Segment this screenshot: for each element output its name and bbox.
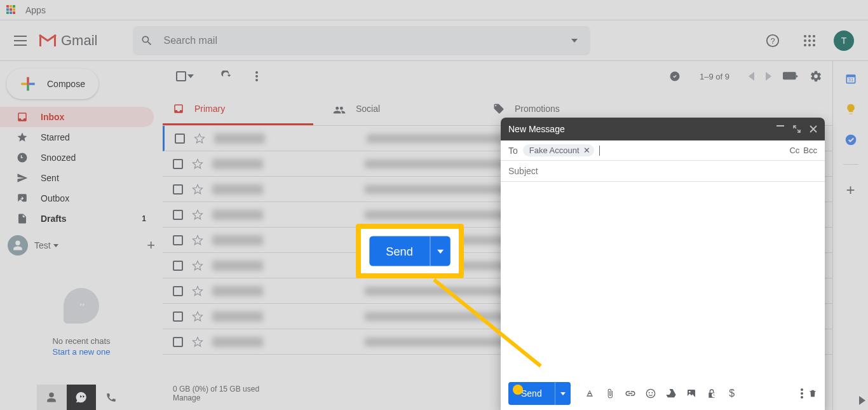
google-apps-button[interactable] — [797, 28, 822, 53]
star-button[interactable] — [192, 336, 203, 348]
sidebar-item-outbox[interactable]: Outbox — [0, 188, 154, 208]
svg-point-9 — [808, 44, 811, 46]
discard-draft-button[interactable] — [808, 388, 817, 399]
calendar-addon-button[interactable]: 31 — [844, 72, 857, 85]
insert-photo-button[interactable] — [682, 385, 700, 402]
get-addons-button[interactable]: + — [846, 182, 855, 198]
star-icon — [17, 132, 29, 143]
select-all-checkbox[interactable] — [173, 68, 197, 85]
search-input[interactable] — [163, 35, 566, 46]
svg-rect-20 — [783, 72, 796, 79]
hangouts-phone-button[interactable] — [96, 385, 126, 410]
attach-button[interactable] — [601, 385, 619, 402]
recipients-input[interactable] — [599, 146, 785, 156]
more-options-button[interactable] — [801, 388, 803, 399]
hangouts-avatar[interactable] — [8, 235, 28, 256]
send-options-dropdown[interactable] — [555, 382, 571, 405]
tab-primary[interactable]: Primary — [163, 92, 323, 125]
search-options-dropdown[interactable] — [566, 39, 583, 43]
bcc-button[interactable]: Bcc — [803, 146, 817, 155]
apps-label[interactable]: Apps — [25, 5, 46, 15]
product-name: Gmail — [61, 32, 97, 49]
manage-storage-link[interactable]: Manage — [173, 393, 259, 402]
older-button[interactable] — [766, 72, 771, 81]
insert-link-button[interactable] — [621, 385, 639, 402]
svg-text:31: 31 — [848, 77, 853, 83]
tasks-addon-button[interactable] — [844, 133, 857, 146]
row-checkbox[interactable] — [173, 311, 183, 322]
confidential-mode-button[interactable] — [703, 385, 721, 402]
svg-point-3 — [808, 35, 811, 38]
row-checkbox[interactable] — [173, 210, 183, 220]
new-conversation-button[interactable]: + — [147, 237, 155, 254]
main-menu-button[interactable] — [5, 25, 36, 56]
svg-point-6 — [808, 39, 811, 42]
google-apps-icon[interactable] — [6, 5, 17, 15]
sender-blurred — [212, 159, 263, 169]
settings-button[interactable] — [810, 70, 822, 83]
sidebar-item-label: Starred — [41, 132, 70, 142]
remove-recipient-button[interactable]: ✕ — [583, 146, 590, 155]
svg-rect-15 — [27, 83, 29, 85]
keep-addon-button[interactable] — [844, 103, 857, 116]
subject-blurred — [365, 210, 524, 219]
start-new-chat-link[interactable]: Start a new one — [52, 347, 110, 357]
star-button[interactable] — [192, 285, 203, 297]
star-button[interactable] — [192, 209, 203, 221]
gmail-logo[interactable]: Gmail — [38, 32, 97, 49]
refresh-button[interactable] — [214, 64, 239, 89]
insert-emoji-button[interactable] — [642, 385, 660, 402]
search-icon[interactable] — [140, 34, 153, 47]
star-button[interactable] — [192, 158, 203, 170]
star-button[interactable] — [194, 133, 205, 144]
row-checkbox[interactable] — [173, 184, 183, 195]
sender-blurred — [214, 133, 265, 144]
star-button[interactable] — [192, 311, 203, 322]
cc-button[interactable]: Cc — [789, 146, 799, 155]
sidebar-item-label: Outbox — [41, 193, 69, 203]
sender-blurred — [212, 311, 263, 322]
sidebar-item-label: Snoozed — [41, 153, 76, 163]
sidebar-item-sent[interactable]: Sent — [0, 168, 154, 188]
sidebar-item-snoozed[interactable]: Snoozed — [0, 147, 154, 168]
compose-button[interactable]: Compose — [6, 69, 98, 99]
input-tools-button[interactable] — [783, 72, 798, 81]
star-button[interactable] — [192, 235, 203, 246]
row-checkbox[interactable] — [175, 133, 185, 144]
send-button-highlight: Send — [369, 236, 450, 266]
minimize-button[interactable] — [776, 125, 784, 133]
hangouts-chat-button[interactable] — [67, 385, 97, 410]
sidebar-item-inbox[interactable]: Inbox — [0, 107, 154, 127]
row-checkbox[interactable] — [173, 159, 183, 169]
sidebar-item-drafts[interactable]: Drafts 1 — [0, 208, 154, 229]
compose-label: Compose — [47, 79, 85, 89]
close-compose-button[interactable] — [810, 125, 817, 133]
sender-blurred — [212, 337, 263, 347]
newer-button[interactable] — [749, 72, 754, 81]
svg-point-24 — [845, 135, 856, 146]
subject-input[interactable] — [508, 166, 817, 176]
star-button[interactable] — [192, 260, 203, 271]
star-button[interactable] — [192, 184, 203, 195]
formatting-button[interactable] — [581, 385, 599, 402]
fullscreen-button[interactable] — [793, 125, 801, 133]
sidebar-item-starred[interactable]: Starred — [0, 127, 154, 147]
support-button[interactable]: ? — [760, 28, 785, 53]
hide-side-panel-button[interactable] — [859, 396, 865, 405]
inbox-icon — [17, 111, 29, 123]
row-checkbox[interactable] — [173, 235, 183, 245]
svg-rect-12 — [29, 83, 35, 85]
tab-social[interactable]: Social — [323, 92, 483, 125]
insert-money-button[interactable]: $ — [723, 385, 741, 402]
account-avatar[interactable]: T — [834, 31, 854, 51]
row-checkbox[interactable] — [173, 286, 183, 296]
hangouts-user-dropdown[interactable]: Test — [34, 240, 58, 250]
row-checkbox[interactable] — [173, 261, 183, 271]
hangouts-icon — [64, 288, 99, 324]
hangouts-contacts-button[interactable] — [37, 385, 67, 410]
row-checkbox[interactable] — [173, 337, 183, 347]
recipient-chip[interactable]: Fake Account ✕ — [523, 144, 594, 156]
compose-body[interactable] — [501, 182, 825, 377]
insert-drive-button[interactable] — [662, 385, 680, 402]
more-button[interactable] — [244, 64, 269, 89]
